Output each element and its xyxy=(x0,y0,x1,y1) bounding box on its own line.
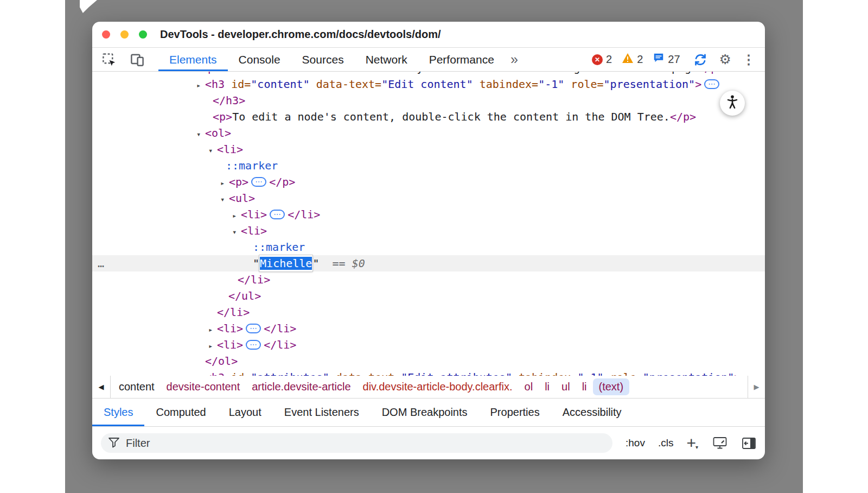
inline-expand-icon[interactable]: ⋯ xyxy=(270,210,285,219)
code-token xyxy=(346,257,352,270)
dom-tree-row[interactable]: …"Michelle" == $0 xyxy=(92,255,765,271)
panel-tab-event-listeners[interactable]: Event Listeners xyxy=(273,399,371,426)
new-style-rule-button[interactable]: + ▾ xyxy=(686,437,698,450)
status-badges: ✕ 2 2 xyxy=(592,48,680,71)
dom-tree-row[interactable]: p>You can edit the DOM on the fly and se… xyxy=(92,72,765,76)
tab-network[interactable]: Network xyxy=(355,48,418,71)
settings-gear-icon[interactable]: ⚙ xyxy=(719,53,731,66)
styles-panel-tab-strip: StylesComputedLayoutEvent ListenersDOM B… xyxy=(92,399,765,427)
expand-arrow-icon[interactable]: ▸ xyxy=(208,338,217,354)
dom-tree-row[interactable]: ▸<li>⋯</li> xyxy=(92,337,765,353)
accessibility-overlay-button[interactable] xyxy=(720,91,745,116)
dom-tree-row[interactable]: ▾<ul> xyxy=(92,190,765,206)
zoom-window-button[interactable] xyxy=(139,30,147,39)
dom-tree-row[interactable]: <p>To edit a node's content, double-clic… xyxy=(92,109,765,125)
panel-tab-properties[interactable]: Properties xyxy=(479,399,551,426)
sync-refresh-icon[interactable] xyxy=(692,52,709,68)
code-token: <ul> xyxy=(229,192,255,205)
message-count: 27 xyxy=(668,53,680,66)
errors-badge[interactable]: ✕ 2 xyxy=(592,53,612,66)
dom-tree-row[interactable]: ▸<h3 id="content" data-text="Edit conten… xyxy=(92,76,765,92)
code-token: </p> xyxy=(269,175,295,188)
inline-expand-icon[interactable]: ⋯ xyxy=(704,79,719,89)
breadcrumb-item[interactable]: ol xyxy=(519,378,539,395)
breadcrumb-scroll-right-icon[interactable]: ▶ xyxy=(748,376,765,398)
dom-tree-row[interactable]: </li> xyxy=(92,304,765,320)
dom-tree-row[interactable]: </li> xyxy=(92,271,765,288)
breadcrumb-item[interactable]: li xyxy=(576,378,593,395)
code-token: "presentation" xyxy=(643,371,735,376)
inline-expand-icon[interactable]: ⋯ xyxy=(246,324,261,333)
panel-tab-dom-breakpoints[interactable]: DOM Breakpoints xyxy=(371,399,479,426)
add-class-button[interactable]: .cls xyxy=(658,437,674,449)
expand-arrow-icon[interactable]: ▸ xyxy=(208,321,217,338)
expand-arrow-icon[interactable]: ▸ xyxy=(220,175,229,191)
plus-icon: + xyxy=(686,437,696,450)
breadcrumb-item[interactable]: (text) xyxy=(593,378,630,395)
expand-arrow-icon[interactable]: ▸ xyxy=(232,207,241,224)
tab-performance[interactable]: Performance xyxy=(418,48,505,71)
minimize-window-button[interactable] xyxy=(120,30,129,39)
dom-tree-row[interactable]: </ul> xyxy=(92,288,765,304)
dom-tree-row[interactable]: </ol> xyxy=(92,353,765,369)
panel-tab-styles[interactable]: Styles xyxy=(92,399,144,426)
dom-tree-row[interactable]: ▾<li> xyxy=(92,223,765,239)
sidebar-toggle-icon[interactable] xyxy=(742,437,756,450)
tab-sources[interactable]: Sources xyxy=(291,48,355,71)
breadcrumb-item[interactable]: div.devsite-article-body.clearfix. xyxy=(357,378,519,395)
expand-arrow-icon[interactable]: ▸ xyxy=(196,77,205,93)
breadcrumb-item[interactable]: article.devsite-article xyxy=(246,378,356,395)
issues-badge[interactable]: 27 xyxy=(653,52,680,67)
collapse-arrow-icon[interactable]: ▾ xyxy=(232,224,241,240)
code-token: "Edit content" xyxy=(381,78,473,91)
code-token: " xyxy=(312,257,319,270)
breadcrumb-item[interactable]: content xyxy=(113,378,161,395)
dom-tree-row[interactable]: ::marker xyxy=(92,239,765,255)
collapse-arrow-icon[interactable]: ▾ xyxy=(196,126,205,142)
collapse-arrow-icon[interactable]: ▾ xyxy=(208,142,217,159)
panel-tab-accessibility[interactable]: Accessibility xyxy=(551,399,633,426)
monitor-pen-icon[interactable] xyxy=(712,436,727,450)
more-tabs-button[interactable]: » xyxy=(505,48,525,71)
error-icon: ✕ xyxy=(592,54,603,65)
code-token: You can edit the DOM on the fly and see … xyxy=(221,72,698,74)
row-overflow-icon[interactable]: … xyxy=(98,255,104,271)
inline-edit-box[interactable]: Michelle xyxy=(259,255,312,271)
warnings-badge[interactable]: 2 xyxy=(622,53,643,66)
device-toolbar-icon[interactable] xyxy=(129,52,145,68)
dom-tree-row[interactable]: ▸<h3 id="attributes" data-text="Edit att… xyxy=(92,369,765,376)
tab-elements[interactable]: Elements xyxy=(158,48,228,71)
kebab-menu-icon[interactable]: ⋮ xyxy=(742,53,755,66)
dom-tree-row[interactable]: ▸<li>⋯</li> xyxy=(92,320,765,337)
dom-tree-row[interactable]: ▸<li>⋯</li> xyxy=(92,206,765,223)
dom-tree-row[interactable]: ▸<p>⋯</p> xyxy=(92,174,765,190)
panel-tab-layout[interactable]: Layout xyxy=(218,399,273,426)
filter-field[interactable] xyxy=(101,433,612,453)
inline-expand-icon[interactable]: ⋯ xyxy=(251,177,266,187)
warning-icon xyxy=(622,53,634,66)
dom-tree-row[interactable]: ::marker xyxy=(92,157,765,174)
code-token: To edit a node's content, double-click t… xyxy=(232,110,670,123)
code-token: data-text= xyxy=(310,78,381,91)
breadcrumb-item[interactable]: ul xyxy=(556,378,576,395)
breadcrumb-item[interactable]: devsite-content xyxy=(161,378,246,395)
breadcrumb-scroll-left-icon[interactable]: ◀ xyxy=(92,376,111,398)
dom-tree-row[interactable]: ▾<li> xyxy=(92,141,765,157)
expand-arrow-icon[interactable]: ▸ xyxy=(196,370,205,376)
dom-tree-row[interactable]: </h3> xyxy=(92,92,765,109)
collapse-arrow-icon[interactable]: ▾ xyxy=(220,191,229,207)
panel-tab-computed[interactable]: Computed xyxy=(144,399,217,426)
breadcrumb: contentdevsite-contentarticle.devsite-ar… xyxy=(111,376,629,398)
warning-count: 2 xyxy=(637,53,643,66)
dom-tree: p>You can edit the DOM on the fly and se… xyxy=(92,72,765,376)
close-window-button[interactable] xyxy=(102,30,110,39)
breadcrumb-item[interactable]: li xyxy=(539,378,556,395)
filter-input[interactable] xyxy=(126,437,606,450)
code-token: <p> xyxy=(229,175,248,188)
code-token: </ul> xyxy=(228,289,261,302)
inspect-element-icon[interactable] xyxy=(101,52,117,68)
inline-expand-icon[interactable]: ⋯ xyxy=(246,340,261,350)
tab-console[interactable]: Console xyxy=(228,48,291,71)
dom-tree-row[interactable]: ▾<ol> xyxy=(92,125,765,141)
toggle-element-state-button[interactable]: :hov xyxy=(626,437,645,449)
